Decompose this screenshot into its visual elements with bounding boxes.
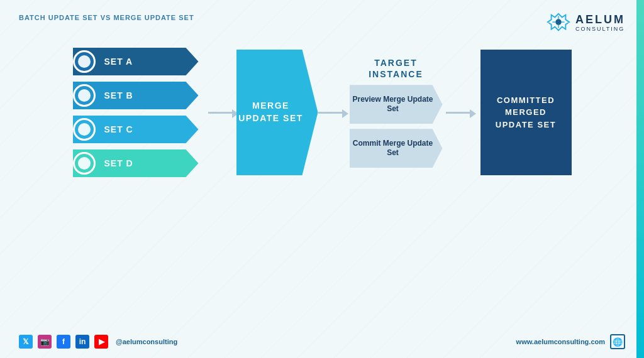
set-b-circle — [73, 84, 96, 107]
preview-merge-label: Preview Merge Update Set — [350, 95, 436, 114]
arrow-right-1 — [208, 112, 233, 114]
footer-left: 𝕏 📷 f in ▶ @aelumconsulting — [19, 335, 177, 349]
header: BATCH UPDATE SET VS MERGE UPDATE SET AEL… — [19, 11, 625, 35]
commit-merge-button[interactable]: Commit Merge Update Set — [350, 129, 443, 168]
committed-label: COMMITTEDMERGEDUPDATE SET — [489, 88, 562, 138]
set-b-label: SET B — [104, 90, 133, 100]
logo-area: AELUM CONSULTING — [547, 11, 625, 35]
footer: 𝕏 📷 f in ▶ @aelumconsulting www.aelumcon… — [19, 334, 625, 349]
commit-merge-label: Commit Merge Update Set — [350, 139, 436, 158]
big-arrow-line — [318, 112, 343, 114]
youtube-icon[interactable]: ▶ — [94, 335, 108, 349]
instagram-icon[interactable]: 📷 — [38, 335, 52, 349]
globe-icon: 🌐 — [610, 334, 625, 349]
page-title: BATCH UPDATE SET VS MERGE UPDATE SET — [19, 11, 194, 21]
set-d-label: SET D — [104, 158, 133, 168]
set-a-label: SET A — [104, 57, 133, 67]
set-c-label: SET C — [104, 124, 133, 134]
committed-box: COMMITTEDMERGEDUPDATE SET — [480, 50, 572, 175]
merge-to-target-arrow — [318, 112, 350, 114]
set-a-circle-inner — [78, 55, 91, 68]
set-c-item: SET C — [73, 116, 199, 143]
linkedin-icon[interactable]: in — [75, 335, 89, 349]
footer-url: www.aelumconsulting.com — [516, 338, 605, 345]
main-diagram: SET A SET B SET C — [19, 48, 625, 177]
aelum-logo-icon — [547, 11, 570, 35]
set-a-item: SET A — [73, 48, 199, 75]
logo-sub: CONSULTING — [575, 26, 625, 33]
footer-right: www.aelumconsulting.com 🌐 — [516, 334, 625, 349]
preview-merge-button[interactable]: Preview Merge Update Set — [350, 85, 443, 124]
set-d-circle-inner — [78, 157, 91, 170]
svg-point-1 — [555, 19, 562, 24]
set-c-circle-inner — [78, 123, 91, 136]
target-buttons: Preview Merge Update Set Commit Merge Up… — [350, 85, 443, 168]
facebook-icon[interactable]: f — [57, 335, 70, 349]
set-c-circle — [73, 118, 96, 141]
sets-to-merge-arrow — [208, 112, 233, 114]
target-to-committed-arrow — [446, 112, 471, 114]
target-instance-section: TARGETINSTANCE Preview Merge Update Set … — [350, 57, 443, 168]
set-d-item: SET D — [73, 149, 199, 177]
merge-box-label: MERGEUPDATE SET — [238, 100, 316, 124]
logo-text: AELUM CONSULTING — [575, 14, 625, 33]
footer-handle: @aelumconsulting — [116, 338, 177, 345]
target-instance-title: TARGETINSTANCE — [369, 57, 423, 80]
merge-update-set-box: MERGEUPDATE SET — [236, 50, 318, 175]
set-b-circle-inner — [78, 89, 91, 102]
page-container: BATCH UPDATE SET VS MERGE UPDATE SET AEL… — [0, 0, 644, 358]
sets-column: SET A SET B SET C — [73, 48, 199, 177]
twitter-icon[interactable]: 𝕏 — [19, 335, 33, 349]
set-d-circle — [73, 152, 96, 175]
set-b-item: SET B — [73, 82, 199, 109]
set-a-circle — [73, 50, 96, 73]
arrow-right-2 — [446, 112, 471, 114]
logo-name: AELUM — [575, 14, 625, 26]
